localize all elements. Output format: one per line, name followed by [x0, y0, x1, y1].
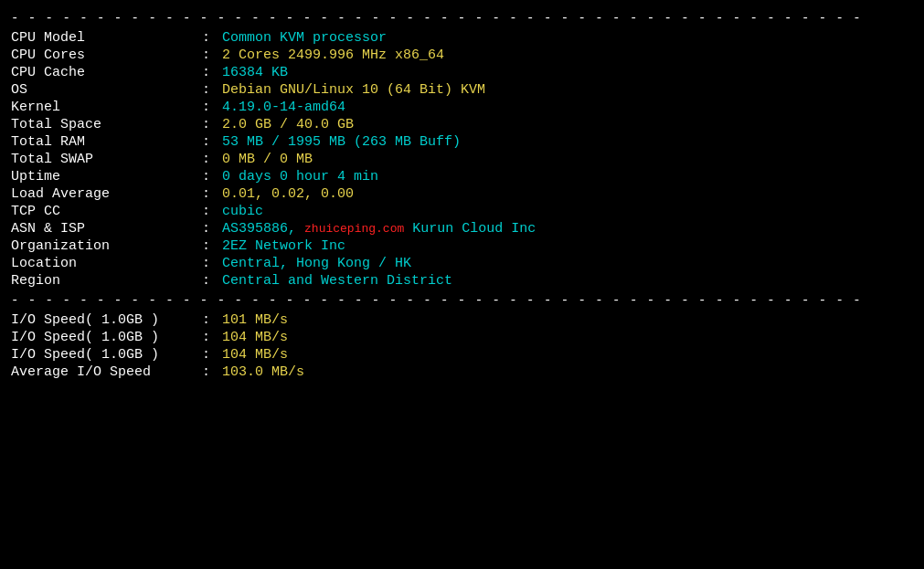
row-colon: : — [194, 117, 218, 132]
row-label: Total Space — [11, 117, 194, 132]
row-colon: : — [194, 256, 218, 271]
row-colon: : — [194, 134, 218, 150]
info-row: Uptime : 0 days 0 hour 4 min — [11, 168, 913, 185]
row-label: CPU Cache — [11, 65, 194, 80]
io-row-label: I/O Speed( 1.0GB ) — [11, 347, 194, 363]
info-row: Kernel : 4.19.0-14-amd64 — [11, 99, 913, 116]
info-row: Total Space : 2.0 GB / 40.0 GB — [11, 116, 913, 133]
row-value: 16384 KB — [222, 65, 288, 80]
io-row-colon: : — [194, 330, 218, 345]
row-colon: : — [194, 82, 218, 98]
terminal: - - - - - - - - - - - - - - - - - - - - … — [11, 11, 913, 381]
row-colon: : — [194, 30, 218, 46]
io-row-colon: : — [194, 364, 218, 380]
io-row: I/O Speed( 1.0GB ) : 104 MB/s — [11, 346, 913, 364]
info-row: CPU Cores : 2 Cores 2499.996 MHz x86_64 — [11, 47, 913, 64]
info-row: Load Average : 0.01, 0.02, 0.00 — [11, 185, 913, 203]
io-row-value: 104 MB/s — [222, 330, 288, 345]
row-colon: : — [194, 273, 218, 289]
row-colon: : — [194, 204, 218, 219]
row-colon: : — [194, 100, 218, 115]
info-row: Region : Central and Western District — [11, 272, 913, 290]
row-label: OS — [11, 82, 194, 98]
row-value: 0.01, 0.02, 0.00 — [222, 186, 354, 202]
row-label: Load Average — [11, 186, 194, 202]
watermark-text: zhuiceping.com — [304, 222, 404, 236]
row-value: Common KVM processor — [222, 30, 387, 46]
row-value: 53 MB / 1995 MB (263 MB Buff) — [222, 134, 461, 150]
info-row: Location : Central, Hong Kong / HK — [11, 255, 913, 272]
row-label: Region — [11, 273, 194, 289]
io-row: I/O Speed( 1.0GB ) : 101 MB/s — [11, 311, 913, 329]
row-value: 4.19.0-14-amd64 — [222, 100, 345, 115]
row-colon: : — [194, 186, 218, 202]
row-label: Organization — [11, 238, 194, 254]
io-row-label: I/O Speed( 1.0GB ) — [11, 330, 194, 345]
info-row: CPU Model : Common KVM processor — [11, 29, 913, 47]
io-row-label: I/O Speed( 1.0GB ) — [11, 312, 194, 328]
main-rows: CPU Model : Common KVM processorCPU Core… — [11, 29, 913, 290]
row-colon: : — [194, 47, 218, 63]
io-row: I/O Speed( 1.0GB ) : 104 MB/s — [11, 329, 913, 346]
row-label: Kernel — [11, 100, 194, 115]
io-row-colon: : — [194, 347, 218, 363]
row-label: Location — [11, 256, 194, 271]
row-value: 2 Cores 2499.996 MHz x86_64 — [222, 47, 444, 63]
info-row: Total RAM : 53 MB / 1995 MB (263 MB Buff… — [11, 133, 913, 151]
row-colon: : — [194, 221, 218, 237]
io-row-value: 104 MB/s — [222, 347, 288, 363]
row-value: Debian GNU/Linux 10 (64 Bit) KVM — [222, 82, 485, 98]
divider-mid: - - - - - - - - - - - - - - - - - - - - … — [11, 293, 913, 308]
row-value: AS395886, — [222, 221, 304, 237]
row-colon: : — [194, 65, 218, 80]
row-value: 2EZ Network Inc — [222, 238, 345, 254]
io-row: Average I/O Speed : 103.0 MB/s — [11, 364, 913, 381]
row-value: 2.0 GB / 40.0 GB — [222, 117, 354, 132]
info-row: TCP CC : cubic — [11, 203, 913, 220]
row-colon: : — [194, 238, 218, 254]
row-value: cubic — [222, 204, 263, 219]
info-row: OS : Debian GNU/Linux 10 (64 Bit) KVM — [11, 81, 913, 99]
divider-top: - - - - - - - - - - - - - - - - - - - - … — [11, 11, 913, 26]
io-row-value: 101 MB/s — [222, 312, 288, 328]
info-row: Organization : 2EZ Network Inc — [11, 237, 913, 255]
row-value-suffix: Kurun Cloud Inc — [404, 221, 536, 237]
row-label: Total SWAP — [11, 152, 194, 167]
row-label: Uptime — [11, 169, 194, 184]
row-label: CPU Model — [11, 30, 194, 46]
io-row-colon: : — [194, 312, 218, 328]
io-row-value: 103.0 MB/s — [222, 364, 304, 380]
io-rows: I/O Speed( 1.0GB ) : 101 MB/sI/O Speed( … — [11, 311, 913, 381]
row-label: ASN & ISP — [11, 221, 194, 237]
row-colon: : — [194, 152, 218, 167]
row-label: CPU Cores — [11, 47, 194, 63]
row-label: Total RAM — [11, 134, 194, 150]
info-row: CPU Cache : 16384 KB — [11, 64, 913, 81]
row-value: 0 days 0 hour 4 min — [222, 169, 378, 184]
row-value: Central and Western District — [222, 273, 452, 289]
io-row-label: Average I/O Speed — [11, 364, 194, 380]
row-colon: : — [194, 169, 218, 184]
row-label: TCP CC — [11, 204, 194, 219]
row-value: Central, Hong Kong / HK — [222, 256, 411, 271]
info-row: Total SWAP : 0 MB / 0 MB — [11, 151, 913, 168]
row-value: 0 MB / 0 MB — [222, 152, 313, 167]
info-row: ASN & ISP : AS395886, zhuiceping.com Kur… — [11, 220, 913, 237]
